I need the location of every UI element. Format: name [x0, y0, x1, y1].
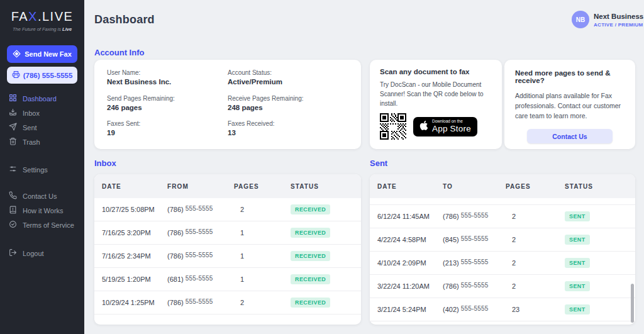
fax-number-label: (786) 555-5555: [23, 72, 73, 79]
table-row[interactable]: 7/16/25 2:34PM (786)555-5555 1 RECEIVED: [94, 245, 361, 268]
scan-card-title: Scan any document to fax: [380, 68, 492, 75]
cell-pages: 2: [234, 299, 291, 306]
column-header-pages: PAGES: [234, 183, 291, 190]
fax-number-button[interactable]: (786) 555-5555: [7, 67, 77, 84]
main-content: Dashboard NB Next Business Inc. ACTIVE /…: [84, 0, 644, 334]
cell-date: 3/22/24 11:20AM: [377, 282, 443, 290]
table-row[interactable]: 4/22/24 4:58PM (845)555-5555 2 SENT: [370, 228, 635, 252]
column-header-from: FROM: [167, 183, 234, 190]
contact-us-button[interactable]: Contact Us: [527, 129, 613, 143]
column-header-date: DATE: [377, 183, 443, 190]
cell-date: 10/27/25 5:08PM: [102, 206, 167, 213]
cell-pages: 2: [506, 259, 565, 267]
cell-pages: 1: [234, 229, 291, 237]
sidebar-item-label: Dashboard: [23, 95, 57, 103]
table-row[interactable]: 5/19/25 1:20PM (681)555-5555 1 RECEIVED: [94, 268, 361, 291]
section-title-sent: Sent: [370, 159, 387, 168]
table-row[interactable]: 10/27/25 5:08PM (786)555-5555 2 RECEIVED: [94, 198, 361, 221]
section-title-inbox: Inbox: [94, 159, 116, 168]
table-row[interactable]: 3/22/24 11:20AM (786)555-5555 2 SENT: [370, 275, 635, 298]
status-badge: RECEIVED: [291, 251, 330, 261]
sidebar-item-logout[interactable]: Logout: [0, 246, 84, 260]
account-field: Faxes Received: 13: [228, 120, 348, 140]
cell-status: RECEIVED: [291, 251, 353, 261]
cell-status: SENT: [565, 211, 628, 221]
status-badge: SENT: [565, 281, 590, 291]
phone-icon: [9, 191, 17, 201]
account-field: Faxes Sent: 19: [107, 120, 228, 140]
cell-date: 3/21/24 5:24PM: [377, 306, 443, 313]
cell-date: 7/16/25 2:34PM: [102, 252, 167, 260]
table-row[interactable]: 4/10/24 2:09PM (213)555-5555 2 SENT: [370, 252, 635, 275]
sidebar-item-settings[interactable]: Settings: [0, 162, 84, 177]
sent-table: DATE TO PAGES STATUS 6/12/24 11:45AM (78…: [370, 174, 635, 325]
table-row[interactable]: 7/16/25 3:20PM (786)555-5555 1 RECEIVED: [94, 221, 361, 245]
table-row[interactable]: 10/29/24 1:25PM (786)555-5555 2 RECEIVED: [94, 291, 361, 315]
app-store-text: Download on the App Store: [432, 119, 471, 133]
user-info: Next Business Inc. ACTIVE / PREMIUM: [594, 11, 644, 28]
sidebar-item-dashboard[interactable]: Dashboard: [0, 91, 84, 106]
cell-date: 6/12/24 11:45AM: [377, 213, 443, 220]
sliders-icon: [9, 165, 17, 174]
sent-table-header: DATE TO PAGES STATUS: [370, 174, 635, 198]
cell-status: SENT: [565, 281, 628, 291]
cell-date: 4/10/24 2:09PM: [377, 259, 443, 267]
qr-code: [380, 113, 406, 140]
column-header-to: TO: [443, 183, 506, 190]
cell-status: SENT: [565, 258, 628, 268]
scrollbar-thumb[interactable]: [631, 284, 634, 323]
account-field: Send Pages Remaining: 246 pages: [107, 95, 228, 114]
sidebar-item-inbox[interactable]: Inbox: [0, 106, 84, 120]
sidebar-item-how-it-works[interactable]: How it Works: [0, 203, 84, 218]
send-new-fax-button[interactable]: Send New Fax: [7, 45, 77, 63]
partially-scrolled-row: [370, 198, 635, 205]
cell-status: RECEIVED: [291, 298, 353, 308]
book-icon: [9, 206, 17, 215]
app-store-badge[interactable]: Download on the App Store: [413, 117, 477, 136]
shield-check-icon: [9, 220, 17, 230]
sidebar-item-terms-of-service[interactable]: Terms of Service: [0, 218, 84, 232]
more-pages-card: Need more pages to send & receive? Addit…: [504, 60, 635, 149]
cell-to: (845)555-5555: [443, 236, 506, 243]
logo-text: FA: [11, 9, 28, 23]
cell-pages: 2: [506, 236, 565, 243]
sidebar-item-label: Contact Us: [23, 192, 57, 200]
sidebar: FAX.LIVE The Future of Faxing is Live Se…: [0, 0, 84, 334]
avatar[interactable]: NB: [572, 11, 589, 28]
status-badge: SENT: [565, 211, 590, 221]
cell-from: (786)555-5555: [167, 229, 234, 237]
cell-to: (786)555-5555: [443, 213, 506, 220]
cell-status: SENT: [565, 235, 628, 245]
column-header-status: STATUS: [565, 183, 628, 190]
apple-icon: [419, 120, 428, 133]
status-badge: RECEIVED: [291, 274, 330, 284]
cell-pages: 1: [234, 252, 291, 260]
sidebar-item-trash[interactable]: Trash: [0, 135, 84, 149]
account-field: User Name: Next Business Inc.: [107, 69, 228, 89]
app-tagline: The Future of Faxing is Live: [0, 26, 84, 32]
sidebar-item-label: Logout: [23, 250, 44, 257]
sidebar-item-label: How it Works: [23, 207, 64, 214]
status-badge: RECEIVED: [291, 298, 330, 308]
cell-from: (786)555-5555: [167, 299, 234, 306]
logo-x: X: [28, 9, 38, 23]
table-row[interactable]: 3/21/24 5:24PM (402)555-5555 23 SENT: [370, 298, 635, 321]
cell-pages: 2: [234, 206, 291, 213]
sidebar-nav: Dashboard Inbox Sent: [0, 91, 84, 260]
cell-pages: 23: [506, 306, 565, 313]
table-row[interactable]: 6/12/24 11:45AM (786)555-5555 2 SENT: [370, 205, 635, 228]
status-badge: SENT: [565, 304, 590, 315]
sidebar-item-sent[interactable]: Sent: [0, 120, 84, 135]
logo-text-2: .LIVE: [38, 9, 73, 23]
user-status-badge: ACTIVE / PREMIUM: [594, 22, 644, 28]
user-menu[interactable]: NB Next Business Inc. ACTIVE / PREMIUM: [572, 11, 644, 28]
more-pages-title: Need more pages to send & receive?: [515, 69, 625, 84]
sidebar-item-contact-us[interactable]: Contact Us: [0, 189, 84, 203]
sidebar-item-label: Terms of Service: [23, 221, 74, 229]
inbox-icon: [9, 108, 17, 118]
send-diamond-icon: [13, 50, 21, 59]
send-new-fax-label: Send New Fax: [25, 50, 72, 58]
status-badge: RECEIVED: [291, 204, 330, 214]
cell-to: (213)555-5555: [443, 259, 506, 267]
page-title: Dashboard: [94, 13, 155, 26]
